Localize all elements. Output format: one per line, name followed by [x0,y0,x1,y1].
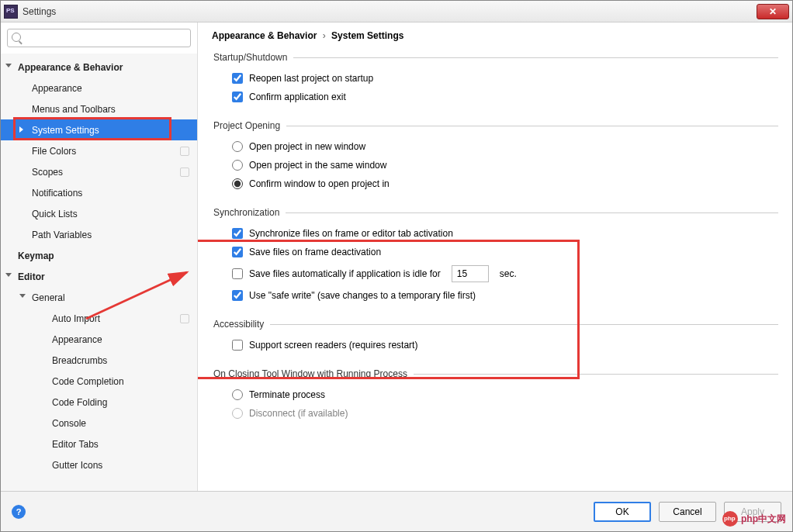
chevron-down-icon [19,294,26,298]
tree-label: Code Completion [52,376,124,387]
label-screen-readers: Support screen readers (requires restart… [249,340,417,351]
label-save-idle-after: sec. [500,268,517,279]
group-sync: Synchronization Synchronize files on fra… [212,207,778,308]
tree-editor-tabs[interactable]: Editor Tabs [1,434,197,454]
tree-code-folding[interactable]: Code Folding [1,392,197,413]
project-icon [180,314,189,323]
tree-gutter-icons[interactable]: Gutter Icons [1,454,197,475]
project-icon [180,168,189,177]
tree-scopes[interactable]: Scopes [1,161,197,182]
tree-label: Editor Tabs [52,439,99,450]
close-button[interactable]: ✕ [757,4,789,19]
group-access: Accessibility Support screen readers (re… [212,319,778,358]
watermark: php中文网 [722,511,786,527]
search-wrap [1,22,197,54]
label-safe-write: Use "safe write" (save changes to a temp… [249,290,476,301]
legend-opening: Project Opening [212,120,286,131]
tree-auto-import[interactable]: Auto Import [1,308,197,329]
radio-new-window[interactable] [232,141,243,152]
checkbox-sync-frame[interactable] [232,228,243,239]
help-icon[interactable]: ? [12,505,26,519]
tree-editor[interactable]: Editor [1,266,197,287]
checkbox-screen-readers[interactable] [232,340,243,351]
app-icon [4,5,18,19]
tree-label: Menus and Toolbars [32,104,116,115]
tree-appearance2[interactable]: Appearance [1,329,197,350]
tree-label: Editor [18,271,45,282]
label-same-window: Open project in the same window [249,160,386,171]
main-panel: Appearance & Behavior › System Settings … [198,22,792,491]
tree-label: File Colors [32,146,76,157]
breadcrumb: Appearance & Behavior › System Settings [212,30,778,41]
settings-tree: Appearance & Behavior Appearance Menus a… [1,54,197,491]
tree-label: Code Folding [52,397,107,408]
tree-label: Gutter Icons [52,460,102,471]
tree-path-variables[interactable]: Path Variables [1,224,197,245]
radio-disconnect[interactable] [232,408,243,419]
tree-label: Breadcrumbs [52,355,107,366]
label-disconnect: Disconnect (if available) [249,408,348,419]
radio-same-window[interactable] [232,160,243,171]
tree-label: System Settings [32,125,99,136]
tree-notifications[interactable]: Notifications [1,182,197,203]
group-opening: Project Opening Open project in new wind… [212,120,778,196]
tree-label: Path Variables [32,230,92,240]
checkbox-confirm-exit[interactable] [232,92,243,102]
ok-button[interactable]: OK [594,502,651,522]
legend-sync: Synchronization [212,207,286,218]
cancel-button[interactable]: Cancel [659,502,716,522]
tree-label: Scopes [32,167,63,178]
checkbox-reopen[interactable] [232,73,243,84]
tree-file-colors[interactable]: File Colors [1,140,197,161]
watermark-text: php中文网 [741,513,786,526]
breadcrumb-current: System Settings [331,30,403,41]
bottom-bar: ? OK Cancel Apply [1,491,792,531]
breadcrumb-sep: › [323,30,326,41]
tree-quick-lists[interactable]: Quick Lists [1,203,197,224]
search-icon [12,33,21,42]
legend-closing: On Closing Tool Window with Running Proc… [212,368,414,379]
input-idle[interactable] [452,265,489,282]
search-input[interactable] [7,29,191,47]
radio-confirm[interactable] [232,178,243,189]
tree-code-completion[interactable]: Code Completion [1,371,197,392]
tree-appearance-behavior[interactable]: Appearance & Behavior [1,57,197,78]
chevron-down-icon [5,64,12,67]
tree-label: General [32,292,65,303]
label-save-idle-before: Save files automatically if application … [249,268,441,279]
tree-system-settings[interactable]: System Settings [1,119,197,140]
group-startup: Startup/Shutdown Reopen last project on … [212,52,778,109]
legend-startup: Startup/Shutdown [212,52,293,63]
tree-keymap[interactable]: Keymap [1,245,197,266]
radio-terminate[interactable] [232,389,243,400]
legend-access: Accessibility [212,319,270,330]
tree-label: Appearance [32,83,82,94]
tree-label: Notifications [32,188,82,199]
group-closing: On Closing Tool Window with Running Proc… [212,368,778,426]
label-terminate: Terminate process [249,389,325,400]
label-confirm-exit: Confirm application exit [249,92,346,102]
tree-breadcrumbs[interactable]: Breadcrumbs [1,350,197,371]
tree-label: Keymap [18,250,54,261]
project-icon [180,147,189,156]
sidebar: Appearance & Behavior Appearance Menus a… [1,22,198,491]
tree-label: Appearance & Behavior [18,62,123,73]
tree-label: Console [52,418,86,429]
tree-general[interactable]: General [1,287,197,308]
chevron-right-icon [19,126,23,133]
tree-appearance[interactable]: Appearance [1,78,197,98]
tree-menus-toolbars[interactable]: Menus and Toolbars [1,98,197,119]
tree-console[interactable]: Console [1,413,197,434]
tree-label: Appearance [52,334,102,345]
label-sync-frame: Synchronize files on frame or editor tab… [249,228,453,239]
checkbox-save-frame[interactable] [232,247,243,257]
chevron-down-icon [5,273,12,277]
breadcrumb-parent: Appearance & Behavior [212,30,317,41]
watermark-logo-icon [722,511,738,527]
label-save-frame: Save files on frame deactivation [249,247,381,257]
checkbox-safe-write[interactable] [232,290,243,301]
title-bar: Settings ✕ [1,1,792,22]
label-confirm: Confirm window to open project in [249,178,390,189]
checkbox-save-idle[interactable] [232,268,243,279]
tree-label: Quick Lists [32,209,78,219]
